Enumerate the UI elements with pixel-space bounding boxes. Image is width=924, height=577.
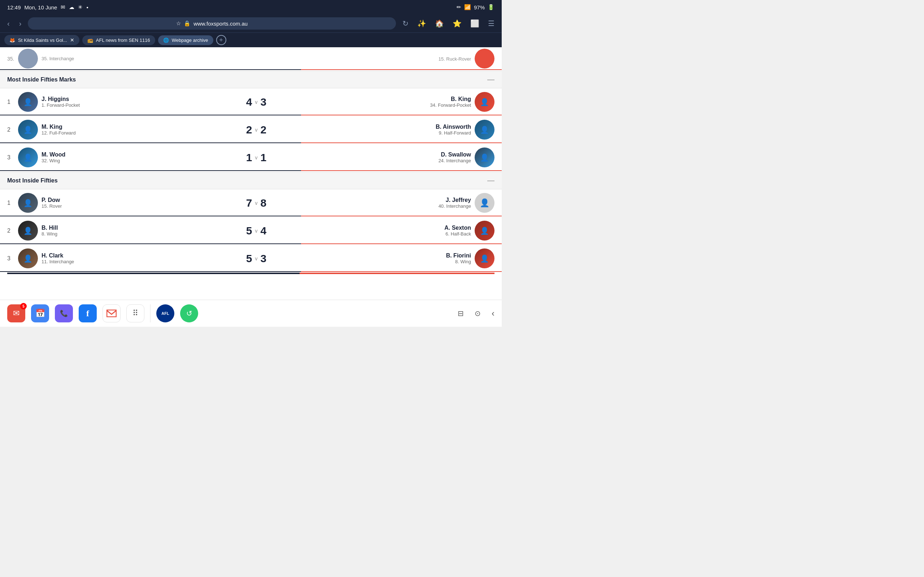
higgins-score: 4 [246,96,252,108]
fiorini-name: B. Fiorini [446,253,471,259]
clark-left: 👤 H. Clark 11. Interchange [18,248,229,268]
grid-app-icon[interactable]: ⠿ [126,305,144,322]
tab2-label: AFL news from SEN 1116 [96,37,150,43]
tab-webpage-archive[interactable]: 🌐 Webpage archive [158,35,213,45]
section-collapse-fifties[interactable]: — [487,176,494,185]
bookmark-button[interactable]: ⭐ [450,18,465,29]
menu-button[interactable]: ☰ [485,18,498,29]
vs-1-marks: v [255,99,258,105]
dow-scores: 7 v 8 [229,197,283,209]
ainsworth-position: 9. Half-Forward [436,130,471,135]
afl-app-icon[interactable]: AFL [156,305,174,322]
mking-info: M. King 12. Full-Forward [42,124,76,135]
tab-button[interactable]: ⬜ [467,18,482,29]
nav-system-btns: ⊟ ⊙ ‹ [458,308,494,318]
fiorini-right: B. Fiorini 8. Wing 👤 [283,248,494,268]
clark-info: H. Clark 11. Interchange [42,253,74,264]
home-sys-button[interactable]: ⊙ [475,309,481,318]
fiorini-info: B. Fiorini 8. Wing [446,253,471,264]
vs-3-marks: v [255,155,258,161]
vs-1-fifties: v [255,200,258,206]
bking-score: 3 [261,96,267,108]
ainsworth-right: B. Ainsworth 9. Half-Forward 👤 [283,120,494,140]
jeffrey-info: J. Jeffrey 40. Interchange [439,197,471,209]
green-app-icon[interactable]: ↺ [180,305,198,322]
prev-avatar [18,49,38,69]
wood-scores: 1 v 1 [229,152,283,164]
ainsworth-info: B. Ainsworth 9. Half-Forward [436,124,471,135]
sexton-right: A. Sexton 6. Half-Back 👤 [283,221,494,240]
jeffrey-score: 8 [261,197,267,209]
mail-app-icon[interactable]: ✉ 5 [7,305,25,322]
player-row-clark: 3 👤 H. Clark 11. Interchange 5 v 3 B. Fi… [0,245,502,272]
ainsworth-avatar: 👤 [475,120,494,140]
viber-app-icon[interactable]: 📞 [55,305,73,322]
ainsworth-name: B. Ainsworth [436,124,471,130]
dow-position: 15. Rover [42,203,62,209]
prev-right: 15. Ruck-Rover [283,49,494,69]
prev-left: 35. Interchange [18,49,229,69]
wood-info: M. Wood 32. Wing [42,152,65,163]
gmail-app-icon[interactable] [102,305,121,322]
rank-3-fifties: 3 [7,255,18,262]
bking-name: B. King [430,96,471,102]
player-row-dow: 1 👤 P. Dow 15. Rover 7 v 8 J. Jeffrey 40… [0,189,502,217]
sexton-name: A. Sexton [444,225,471,231]
higgins-scores: 4 v 3 [229,96,283,108]
section-collapse-marks[interactable]: — [487,76,494,84]
tab-afl-news[interactable]: 📻 AFL news from SEN 1116 [82,35,155,45]
vs-2-marks: v [255,127,258,133]
mking-scores: 2 v 2 [229,124,283,136]
bottom-score-bar [7,272,494,274]
battery-icon: 🔋 [488,4,494,10]
section-header-marks: Most Inside Fifties Marks — [0,71,502,89]
mking-left: 👤 M. King 12. Full-Forward [18,120,229,140]
swallow-position: 24. Interchange [439,158,471,163]
hill-name: B. Hill [42,225,58,231]
prev-right-avatar [475,49,494,69]
tab3-icon: 🌐 [163,37,169,43]
recent-apps-button[interactable]: ⊟ [458,309,464,318]
dow-info: P. Dow 15. Rover [42,197,62,209]
prev-position: 35. Interchange [42,56,74,61]
tab1-close[interactable]: ✕ [70,37,74,43]
clark-position: 11. Interchange [42,259,74,264]
swallow-info: D. Swallow 24. Interchange [439,152,471,163]
bking-info: B. King 34. Forward-Pocket [430,96,471,108]
asterisk-icon: ✳ [78,4,82,10]
dot-icon: • [86,4,88,10]
swallow-avatar: 👤 [475,148,494,167]
reload-button[interactable]: ↻ [399,18,412,29]
cloud-icon: ☁ [69,4,74,10]
bking-avatar: 👤 [475,92,494,112]
fiorini-avatar: 👤 [475,248,494,268]
jeffrey-right: J. Jeffrey 40. Interchange 👤 [283,193,494,213]
app-icons: ✉ 5 📅 📞 f ⠿ AFL ↺ [7,305,198,322]
dow-avatar: 👤 [18,193,38,213]
forward-button[interactable]: › [16,18,24,29]
player-row-higgins: 1 👤 J. Higgins 1. Forward-Pocket 4 v 3 B… [0,89,502,116]
prev-info: 35. Interchange [42,56,74,61]
back-sys-button[interactable]: ‹ [492,308,494,318]
player-row-mking: 2 👤 M. King 12. Full-Forward 2 v 2 B. Ai… [0,116,502,144]
prev-player-row: 35. 35. Interchange 15. Ruck-Rover [0,47,502,71]
magic-button[interactable]: ✨ [414,18,429,29]
mail-badge: 5 [20,303,27,309]
url-bar[interactable]: ☆ 🔒 www.foxsports.com.au [28,17,396,29]
calendar-app-icon[interactable]: 📅 [31,305,49,322]
jeffrey-avatar: 👤 [475,193,494,213]
higgins-position: 1. Forward-Pocket [42,102,80,108]
back-button[interactable]: ‹ [4,18,13,29]
higgins-avatar: 👤 [18,92,38,112]
star-icon: ☆ [176,20,181,27]
home-button[interactable]: 🏠 [432,18,447,29]
bking-right: B. King 34. Forward-Pocket 👤 [283,92,494,112]
hill-left: 👤 B. Hill 8. Wing [18,221,229,240]
facebook-app-icon[interactable]: f [79,305,97,322]
status-date: Mon, 10 June [24,4,57,10]
add-tab-button[interactable]: + [216,35,226,45]
vs-2-fifties: v [255,228,258,234]
rank-1-marks: 1 [7,99,18,105]
tab-st-kilda[interactable]: 🦊 St Kilda Saints vs Gol... ✕ [4,35,79,45]
wifi-icon: 📶 [464,4,471,10]
